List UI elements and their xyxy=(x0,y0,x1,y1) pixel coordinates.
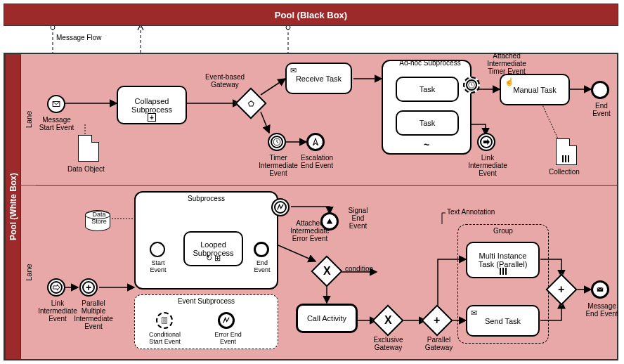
message-end-event xyxy=(591,280,609,299)
lane-1-title: Lane xyxy=(20,54,36,185)
send-task: ✉ Send Task xyxy=(466,305,540,337)
call-activity: Call Activity xyxy=(296,304,358,333)
group-label: Group xyxy=(458,227,548,235)
data-object-label: Data Object xyxy=(67,165,105,173)
collection-icon xyxy=(556,138,577,165)
end-event-label-lane1: End Event xyxy=(587,102,616,117)
cond-start-label: Conditional Start Event xyxy=(142,332,188,346)
escalation-label: Escalation End Event xyxy=(296,154,338,169)
manual-task: ☝ Manual Task xyxy=(500,74,570,105)
escalation-end-event xyxy=(306,133,325,151)
parallel-gw-label: Parallel Gateway xyxy=(420,336,458,351)
exclusive-gateway-1: X xyxy=(311,256,342,287)
lane-2: Lane xyxy=(20,186,617,359)
condition-label: condition xyxy=(345,265,373,273)
attached-timer-event xyxy=(463,77,480,93)
subprocess-expanded: Subprocess Start Event Looped Subprocess… xyxy=(134,191,278,290)
start-event-sub xyxy=(150,242,165,257)
pool-white-box: Pool (White Box) Lane xyxy=(4,53,618,360)
parallel-multi-label: Parallel Multiple Intermediate Event xyxy=(70,299,117,330)
collection-label: Collection xyxy=(549,168,580,176)
looped-subprocess: Looped Subprocess ↻ ⊞ xyxy=(183,231,243,266)
parallel-multiple-event: + xyxy=(79,278,98,297)
adhoc-task-2: Task xyxy=(396,110,459,136)
event-subprocess: Event Subprocess Conditional Start Event… xyxy=(134,294,278,349)
event-gateway-label: Event-based Gateway xyxy=(200,73,249,89)
parallel-gateway-join: + xyxy=(545,274,577,306)
end-event-sub-label: End Event xyxy=(248,260,276,274)
start-event-label: Start Event xyxy=(144,260,172,274)
end-event-sub xyxy=(254,242,269,257)
attached-error-event xyxy=(271,198,290,216)
link-intermediate-catch xyxy=(47,278,65,297)
conditional-start-event xyxy=(156,312,173,329)
collapsed-subprocess: Collapsed Subprocess + xyxy=(117,86,187,124)
message-start-label: Message Start Event xyxy=(37,116,76,131)
svg-line-13 xyxy=(542,103,559,142)
exclusive-gateway-2: X xyxy=(372,305,403,337)
timer-intermediate-event xyxy=(268,133,286,151)
message-flow-label: Message Flow xyxy=(56,34,101,41)
signal-end-label: Signal End Event xyxy=(342,207,374,230)
error-end-label: Error End Event xyxy=(209,332,247,346)
adhoc-label: Ad-hoc Subprocess xyxy=(391,59,469,67)
link-inter-label: Link Intermediate Event xyxy=(463,154,512,177)
pool-white-title: Pool (White Box) xyxy=(5,54,20,359)
svg-line-23 xyxy=(278,245,316,261)
signal-end-event xyxy=(320,212,339,230)
adhoc-subprocess: Ad-hoc Subprocess Task Task ~ xyxy=(382,60,472,155)
event-based-gateway: ⬠ xyxy=(235,87,266,119)
message-end-label: Message End Event xyxy=(583,302,621,318)
lane-2-title: Lane xyxy=(20,186,36,359)
receive-task: ✉ Receive Task xyxy=(285,63,352,94)
exclusive-gw-label: Exclusive Gateway xyxy=(369,336,408,351)
link-intermediate-event xyxy=(477,133,495,151)
error-end-event xyxy=(218,312,235,329)
end-event-lane1 xyxy=(591,81,609,99)
event-sub-title: Event Subprocess xyxy=(135,297,278,305)
parallel-gateway: + xyxy=(421,305,453,337)
data-object-icon xyxy=(78,135,99,162)
pool-black-box: Pool (Black Box) xyxy=(4,4,618,26)
svg-line-7 xyxy=(261,112,269,133)
attached-timer-label: Attached Intermediate Timer Event xyxy=(479,52,535,75)
adhoc-task-1: Task xyxy=(396,77,459,102)
data-store-label: Data Store xyxy=(89,212,110,226)
lane-1: Lane xyxy=(20,54,617,186)
subprocess-title: Subprocess xyxy=(136,195,277,202)
multi-instance-task: Multi Instance Task (Parallel) xyxy=(466,242,540,278)
svg-line-6 xyxy=(261,79,285,95)
message-start-event xyxy=(47,95,65,113)
text-annotation: Text Annotation xyxy=(447,208,495,216)
